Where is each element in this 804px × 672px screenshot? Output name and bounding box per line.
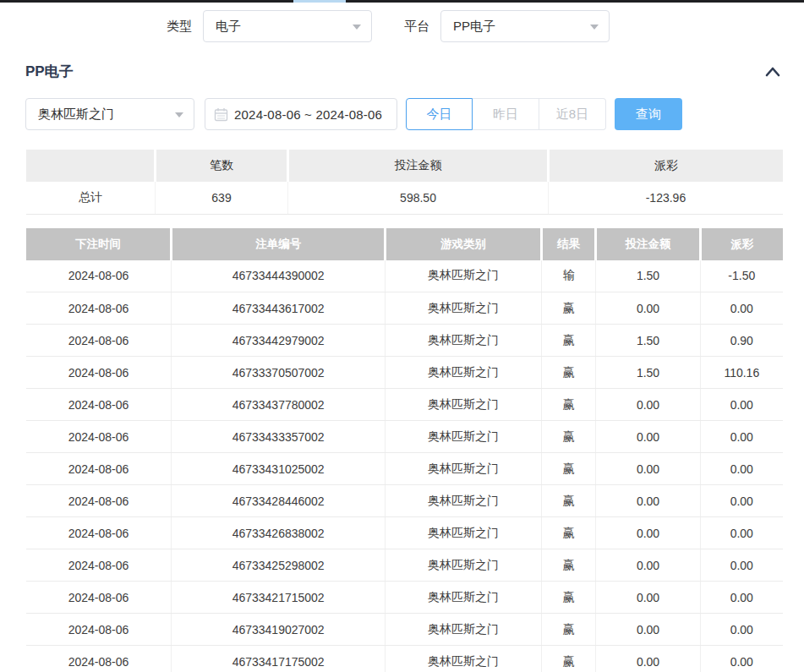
today-button[interactable]: 今日 <box>406 98 473 130</box>
header-payout: 派彩 <box>700 228 783 260</box>
last-8-days-button[interactable]: 近8日 <box>539 98 606 130</box>
table-row: 2024-08-0646733419027002奥林匹斯之门赢0.000.00 <box>26 614 783 646</box>
platform-label: 平台 <box>404 19 429 35</box>
calendar-icon <box>214 107 228 122</box>
cell-bet-amount: 0.00 <box>596 453 700 485</box>
cell-order-id: 46733444390002 <box>172 260 386 292</box>
cell-order-id: 46733370507002 <box>172 357 386 389</box>
cell-order-id: 46733437780002 <box>172 389 386 421</box>
cell-order-id: 46733426838002 <box>172 517 386 549</box>
cell-payout: 0.00 <box>700 453 783 485</box>
cell-result: 赢 <box>541 357 596 389</box>
header-bet-time: 下注时间 <box>26 228 172 260</box>
summary-total-bet-amount: 598.50 <box>288 182 549 214</box>
cell-bet-time: 2024-08-06 <box>26 292 172 325</box>
type-select-value: 电子 <box>216 19 241 35</box>
table-row: 2024-08-0646733426838002奥林匹斯之门赢0.000.00 <box>26 517 783 549</box>
cell-bet-time: 2024-08-06 <box>26 357 172 389</box>
summary-table: 笔数 投注金额 派彩 总计 639 598.50 -123.96 <box>26 150 783 215</box>
platform-select-value: PP电子 <box>453 19 495 35</box>
cell-bet-amount: 0.00 <box>596 582 700 614</box>
cell-bet-amount: 0.00 <box>596 646 700 672</box>
cell-bet-time: 2024-08-06 <box>26 614 172 646</box>
cell-order-id: 46733443617002 <box>172 292 386 325</box>
cell-bet-time: 2024-08-06 <box>26 453 172 485</box>
summary-total-count: 639 <box>155 182 287 214</box>
cell-game-type: 奥林匹斯之门 <box>386 357 542 389</box>
cell-order-id: 46733417175002 <box>172 646 386 672</box>
chevron-up-icon <box>764 66 781 78</box>
cell-bet-time: 2024-08-06 <box>26 646 172 672</box>
table-row: 2024-08-0646733421715002奥林匹斯之门赢0.000.00 <box>26 582 783 614</box>
cell-game-type: 奥林匹斯之门 <box>386 485 542 517</box>
collapse-section-button[interactable] <box>763 63 783 80</box>
cell-order-id: 46733419027002 <box>172 614 386 646</box>
cell-bet-amount: 1.50 <box>596 325 700 357</box>
cell-game-type: 奥林匹斯之门 <box>386 389 542 421</box>
cell-payout: 0.00 <box>700 582 783 614</box>
cell-result: 赢 <box>541 517 596 549</box>
table-row: 2024-08-0646733443617002奥林匹斯之门赢0.000.00 <box>26 292 783 325</box>
cell-result: 赢 <box>541 614 596 646</box>
cell-payout: 110.16 <box>700 357 783 389</box>
cell-order-id: 46733433357002 <box>172 421 386 453</box>
cell-game-type: 奥林匹斯之门 <box>386 614 542 646</box>
type-select[interactable]: 电子 <box>203 10 372 42</box>
chevron-down-icon <box>175 112 183 117</box>
header-order-id: 注单编号 <box>172 228 386 260</box>
cell-result: 赢 <box>541 582 596 614</box>
cell-game-type: 奥林匹斯之门 <box>386 292 542 325</box>
cell-game-type: 奥林匹斯之门 <box>386 582 542 614</box>
cell-game-type: 奥林匹斯之门 <box>386 517 542 549</box>
cell-bet-amount: 1.50 <box>596 260 700 292</box>
cell-bet-amount: 1.50 <box>596 357 700 389</box>
top-tab-remnant <box>293 0 346 3</box>
cell-payout: 0.00 <box>700 421 783 453</box>
summary-header-payout: 派彩 <box>548 150 783 182</box>
table-row: 2024-08-0646733433357002奥林匹斯之门赢0.000.00 <box>26 421 783 453</box>
cell-bet-time: 2024-08-06 <box>26 485 172 517</box>
cell-bet-amount: 0.00 <box>596 421 700 453</box>
bet-table-body: 2024-08-0646733444390002奥林匹斯之门输1.50-1.50… <box>26 260 783 672</box>
section-header: PP电子 <box>25 62 783 81</box>
cell-payout: 0.00 <box>700 485 783 517</box>
cell-bet-time: 2024-08-06 <box>26 549 172 582</box>
cell-result: 输 <box>541 260 596 292</box>
cell-bet-amount: 0.00 <box>596 389 700 421</box>
table-row: 2024-08-0646733425298002奥林匹斯之门赢0.000.00 <box>26 549 783 582</box>
table-row: 2024-08-0646733428446002奥林匹斯之门赢0.000.00 <box>26 485 783 517</box>
table-row: 2024-08-0646733431025002奥林匹斯之门赢0.000.00 <box>26 453 783 485</box>
table-row: 2024-08-0646733437780002奥林匹斯之门赢0.000.00 <box>26 389 783 421</box>
section-filter-row: 奥林匹斯之门 2024-08-06 ~ 2024-08-06 今日 昨日 近8日… <box>25 98 804 130</box>
global-filter-row: 类型 电子 平台 PP电子 <box>167 9 804 43</box>
cell-payout: 0.00 <box>700 549 783 582</box>
chevron-down-icon <box>590 25 599 30</box>
search-button[interactable]: 查询 <box>615 98 682 130</box>
yesterday-button[interactable]: 昨日 <box>473 98 539 130</box>
bet-table-header-row: 下注时间 注单编号 游戏类别 结果 投注金额 派彩 <box>26 228 783 260</box>
cell-payout: 0.00 <box>700 646 783 672</box>
summary-header-count: 笔数 <box>155 150 287 182</box>
table-row: 2024-08-0646733444390002奥林匹斯之门输1.50-1.50 <box>26 260 783 292</box>
cell-payout: 0.00 <box>700 292 783 325</box>
cell-order-id: 46733428446002 <box>172 485 386 517</box>
cell-bet-amount: 0.00 <box>596 485 700 517</box>
cell-bet-time: 2024-08-06 <box>26 421 172 453</box>
summary-total-row: 总计 639 598.50 -123.96 <box>26 182 783 214</box>
game-select[interactable]: 奥林匹斯之门 <box>25 98 194 130</box>
summary-header-empty <box>26 150 155 182</box>
cell-order-id: 46733421715002 <box>172 582 386 614</box>
date-range-input[interactable]: 2024-08-06 ~ 2024-08-06 <box>205 98 397 130</box>
cell-game-type: 奥林匹斯之门 <box>386 421 542 453</box>
cell-game-type: 奥林匹斯之门 <box>386 260 542 292</box>
cell-bet-time: 2024-08-06 <box>26 517 172 549</box>
table-row: 2024-08-0646733442979002奥林匹斯之门赢1.500.90 <box>26 325 783 357</box>
cell-result: 赢 <box>541 646 596 672</box>
summary-total-label: 总计 <box>26 182 155 214</box>
cell-payout: 0.00 <box>700 614 783 646</box>
platform-select[interactable]: PP电子 <box>440 10 610 42</box>
cell-order-id: 46733431025002 <box>172 453 386 485</box>
cell-game-type: 奥林匹斯之门 <box>386 325 542 357</box>
cell-order-id: 46733425298002 <box>172 549 386 582</box>
cell-payout: 0.00 <box>700 517 783 549</box>
